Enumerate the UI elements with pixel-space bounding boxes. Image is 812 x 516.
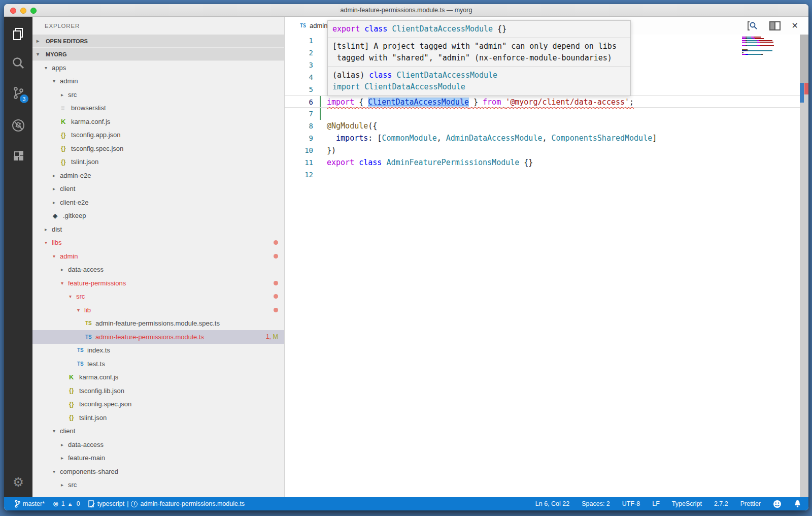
tree-item[interactable]: ▸dist: [32, 222, 284, 236]
tree-item[interactable]: {}tsconfig.spec.json: [32, 142, 284, 155]
tree-item[interactable]: {}tsconfig.lib.json: [32, 384, 284, 398]
tree-item[interactable]: TSadmin-feature-permissions.module.spec.…: [32, 317, 284, 331]
chevron-right-icon: ▸: [37, 38, 44, 44]
encoding-status[interactable]: UTF-8: [622, 500, 640, 507]
code-line[interactable]: 8@NgModule({: [285, 120, 800, 132]
language-mode-status[interactable]: TypeScript: [672, 500, 702, 507]
feedback-smiley-button[interactable]: [773, 500, 782, 508]
line-number: 2: [285, 47, 313, 59]
prettier-status[interactable]: Prettier: [740, 500, 761, 507]
cursor-position-status[interactable]: Ln 6, Col 22: [535, 500, 569, 507]
info-circle-icon: !: [131, 501, 138, 507]
workspace-header[interactable]: ▾ MYORG: [32, 48, 284, 61]
tree-item[interactable]: {}tslint.json: [32, 155, 284, 169]
tree-item[interactable]: Kkarma.conf.js: [32, 371, 284, 384]
tree-item[interactable]: ▸admin-e2e: [32, 169, 284, 182]
ruler-info-mark: [800, 83, 804, 103]
code-line[interactable]: 9 imports: [CommonModule, AdminDataAcces…: [285, 132, 800, 144]
tree-item-label: tsconfig.spec.json: [71, 145, 123, 152]
tree-item[interactable]: TStest.ts: [32, 357, 284, 371]
lint-doc-icon: [88, 500, 95, 508]
overview-ruler[interactable]: [800, 35, 808, 497]
code-line[interactable]: 11export class AdminFeaturePermissionsMo…: [285, 156, 800, 169]
tree-item[interactable]: TSadmin-feature-permissions.module.ts1, …: [32, 330, 284, 344]
source-control-tab-icon[interactable]: 3: [4, 81, 32, 105]
symbol-link[interactable]: ClientDataAccessModule: [368, 98, 469, 107]
tree-item[interactable]: ▸src: [32, 478, 284, 492]
tree-item[interactable]: ▾admin: [32, 249, 284, 263]
tree-item[interactable]: ▾components-shared: [32, 465, 284, 478]
tree-item-label: data-access: [68, 266, 104, 273]
chevron-down-icon: ▾: [45, 240, 52, 245]
ts-version-status[interactable]: 2.7.2: [714, 500, 728, 507]
close-window-button[interactable]: [10, 8, 16, 14]
minimize-window-button[interactable]: [20, 8, 26, 14]
tree-item-label: admin: [60, 252, 78, 260]
chevron-right-icon: ▸: [61, 267, 68, 272]
git-branch-status[interactable]: master*: [14, 500, 45, 508]
tree-item[interactable]: Kkarma.conf.js: [32, 115, 284, 128]
tree-item-label: client-e2e: [60, 199, 88, 206]
tree-item-label: apps: [52, 64, 66, 72]
open-editors-header[interactable]: ▸ OPEN EDITORS: [32, 35, 284, 48]
tree-item-label: client: [60, 185, 75, 192]
explorer-sidebar: EXPLORER ▸ OPEN EDITORS ▾ MYORG ▾apps▾ad…: [32, 17, 285, 497]
extensions-tab-icon[interactable]: [4, 144, 32, 168]
json-file-icon: {}: [61, 145, 71, 152]
settings-button[interactable]: ⚙: [4, 470, 32, 494]
tree-item[interactable]: ▸feature-main: [32, 452, 284, 465]
explorer-tab-icon[interactable]: [4, 22, 32, 46]
tree-item[interactable]: ▸data-access: [32, 263, 284, 277]
tree-item[interactable]: {}tsconfig.spec.json: [32, 398, 284, 411]
tree-item[interactable]: ▸data-access: [32, 438, 284, 452]
tree-item-label: tslint.json: [71, 158, 98, 166]
tree-item[interactable]: {}tsconfig.app.json: [32, 128, 284, 142]
code-line[interactable]: 7: [285, 108, 800, 120]
tree-item[interactable]: ▾libs: [32, 236, 284, 250]
chevron-down-icon: ▾: [37, 51, 44, 57]
ruler-error-mark: [804, 83, 808, 94]
tree-item[interactable]: ▾client: [32, 425, 284, 438]
tree-item[interactable]: ▸client: [32, 182, 284, 196]
tree-item[interactable]: ▸src: [32, 88, 284, 102]
tree-item[interactable]: ▾src: [32, 290, 284, 304]
tslint-status[interactable]: typescript | ! admin-feature-permissions…: [88, 500, 245, 508]
status-file-name: admin-feature-permissions.module.ts: [140, 500, 245, 507]
tree-item-label: admin-feature-permissions.module.ts: [95, 333, 204, 341]
code-line[interactable]: 6import { ClientDataAccessModule } from …: [285, 95, 800, 108]
tree-item[interactable]: ≡browserslist: [32, 102, 284, 115]
split-editor-button[interactable]: [769, 21, 781, 30]
sidebar-title: EXPLORER: [32, 17, 284, 35]
tree-item[interactable]: ▾lib: [32, 303, 284, 317]
code-area[interactable]: 1import { NgModule } from '@angular/core…: [285, 35, 800, 497]
notifications-bell-button[interactable]: [794, 500, 801, 508]
problem-dot-badge: [274, 254, 278, 259]
hover-tooltip: export class ClientDataAccessModule {}[t…: [327, 20, 631, 96]
close-editor-button[interactable]: ✕: [792, 21, 798, 30]
tree-item[interactable]: ▸client-e2e: [32, 196, 284, 209]
scrollbar-slider[interactable]: [800, 35, 808, 83]
tree-item[interactable]: ◈.gitkeep: [32, 209, 284, 223]
tree-item[interactable]: {}tslint.json: [32, 411, 284, 425]
tree-item[interactable]: TSindex.ts: [32, 344, 284, 358]
line-number: 1: [285, 35, 313, 47]
search-tab-icon[interactable]: [4, 51, 32, 76]
tree-item-label: libs: [52, 239, 62, 246]
code-line[interactable]: 10}): [285, 144, 800, 156]
line-number: 10: [285, 144, 313, 156]
open-preview-button[interactable]: [747, 21, 758, 31]
code-line[interactable]: 12: [285, 169, 800, 181]
tree-item[interactable]: ▾admin: [32, 75, 284, 88]
tree-item-label: admin: [60, 77, 78, 85]
problems-status[interactable]: ⊗ 1 ▲! 0: [53, 500, 80, 508]
tree-item[interactable]: ▾apps: [32, 61, 284, 75]
ts-blue-file-icon: TS: [77, 347, 87, 353]
minimap[interactable]: [742, 37, 779, 55]
tree-item[interactable]: ▾feature-permissions: [32, 276, 284, 290]
indentation-status[interactable]: Spaces: 2: [582, 500, 610, 507]
line-number: 12: [285, 169, 313, 181]
eol-status[interactable]: LF: [652, 500, 660, 507]
zoom-window-button[interactable]: [30, 8, 37, 14]
debug-tab-icon[interactable]: [4, 113, 32, 138]
line-number: 9: [285, 132, 313, 144]
